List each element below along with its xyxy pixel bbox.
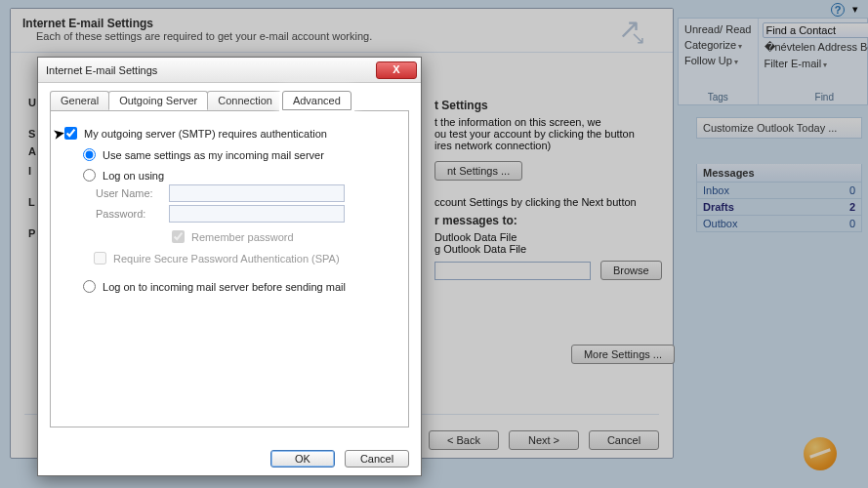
data-file-path-input[interactable] — [434, 262, 591, 280]
test-next-line: ccount Settings by clicking the Next but… — [434, 196, 675, 208]
wizard-subtitle: Each of these settings are required to g… — [36, 30, 661, 42]
wizard-title: Internet E-mail Settings — [22, 17, 661, 30]
more-settings-button[interactable]: More Settings ... — [571, 345, 675, 364]
unread-read-button[interactable]: Unread/ Read — [682, 22, 754, 36]
require-spa-checkbox — [94, 252, 106, 264]
wizard-arrow-icon: ↗↘ — [618, 19, 655, 43]
messages-row-inbox[interactable]: Inbox 0 — [696, 183, 862, 199]
user-name-label: User Name: — [96, 187, 166, 199]
categorize-button[interactable]: Categorize — [682, 38, 754, 52]
follow-up-button[interactable]: Follow Up — [682, 54, 754, 67]
wizard-footer: < Back Next > Cancel — [429, 430, 659, 450]
wizard-right-panel: t Settings t the information on this scr… — [434, 99, 675, 364]
window-corner-icons: ? ▾ — [831, 3, 866, 17]
log-on-using-radio[interactable] — [83, 169, 96, 182]
tab-general[interactable]: General — [50, 91, 109, 110]
messages-header: Messages — [696, 164, 862, 183]
outgoing-server-tab-body: My outgoing server (SMTP) requires authe… — [50, 110, 409, 427]
ribbon-right: Unread/ Read Categorize Follow Up Tags F… — [678, 18, 868, 105]
cancel-button[interactable]: Cancel — [589, 430, 659, 450]
find-contact-field[interactable]: Find a Contact — [763, 22, 869, 38]
customize-outlook-today-link[interactable]: Customize Outlook Today ... — [696, 117, 862, 139]
remember-password-checkbox — [172, 230, 185, 243]
remember-password-label: Remember password — [191, 231, 294, 243]
require-spa-label: Require Secure Password Authentication (… — [113, 253, 340, 264]
use-same-settings-radio[interactable] — [83, 148, 96, 161]
deliver-option: g Outlook Data File — [434, 243, 675, 255]
test-settings-line: ires network connection) — [434, 140, 675, 151]
dialog-footer: OK Cancel — [270, 450, 409, 468]
password-input — [169, 205, 345, 223]
outlook-today-pane: Customize Outlook Today ... Messages Inb… — [696, 117, 862, 232]
user-name-input — [169, 184, 345, 202]
tab-connection[interactable]: Connection — [207, 91, 283, 110]
deliver-option: Dutlook Data File — [434, 231, 675, 243]
dialog-tab-strip: General Outgoing Server Connection Advan… — [50, 91, 413, 110]
ok-button[interactable]: OK — [270, 450, 335, 468]
smtp-auth-label: My outgoing server (SMTP) requires authe… — [84, 128, 327, 140]
password-label: Password: — [96, 208, 166, 220]
log-on-incoming-radio[interactable] — [83, 280, 96, 293]
messages-row-outbox[interactable]: Outbox 0 — [696, 216, 862, 232]
tab-advanced[interactable]: Advanced — [282, 91, 351, 110]
cancel-button[interactable]: Cancel — [345, 450, 409, 468]
browse-button[interactable]: Browse — [600, 261, 662, 280]
back-button[interactable]: < Back — [429, 430, 499, 450]
messages-row-count: 0 — [849, 184, 855, 196]
messages-row-label: Inbox — [703, 184, 729, 196]
log-on-using-label: Log on using — [103, 170, 164, 182]
address-book-button[interactable]: �névtelen Address Book — [763, 40, 869, 55]
messages-row-count: 2 — [849, 201, 855, 213]
left-clipped-labels: U S A I L P — [28, 97, 36, 239]
test-settings-line: t the information on this screen, we — [434, 116, 675, 128]
ribbon-group-label-tags: Tags — [682, 92, 754, 104]
test-account-settings-button[interactable]: nt Settings ... — [434, 161, 522, 181]
dialog-titlebar[interactable]: Internet E-mail Settings X — [38, 58, 421, 83]
wizard-header: Internet E-mail Settings Each of these s… — [11, 9, 673, 53]
use-same-settings-label: Use same settings as my incoming mail se… — [103, 149, 324, 161]
dialog-title: Internet E-mail Settings — [46, 64, 157, 76]
ribbon-group-tags: Unread/ Read Categorize Follow Up Tags — [679, 19, 759, 104]
help-icon[interactable]: ? — [831, 3, 845, 17]
filter-email-button[interactable]: Filter E-mail — [763, 57, 869, 70]
chevron-icon[interactable]: ▾ — [852, 3, 866, 17]
deliver-heading: r messages to: — [434, 214, 675, 227]
messages-row-count: 0 — [849, 218, 855, 229]
brand-logo-icon — [804, 437, 837, 470]
log-on-incoming-label: Log on to incoming mail server before se… — [103, 281, 346, 293]
messages-row-label: Outbox — [703, 218, 737, 229]
tab-outgoing-server[interactable]: Outgoing Server — [108, 91, 208, 110]
internet-email-settings-dialog: Internet E-mail Settings X General Outgo… — [37, 57, 422, 476]
close-button[interactable]: X — [376, 61, 417, 79]
test-settings-heading: t Settings — [434, 99, 675, 112]
next-button[interactable]: Next > — [509, 430, 579, 450]
messages-row-drafts[interactable]: Drafts 2 — [696, 199, 862, 216]
ribbon-group-label-find: Find — [763, 92, 869, 104]
messages-row-label: Drafts — [703, 201, 734, 213]
ribbon-group-find: Find a Contact �névtelen Address Book Fi… — [759, 19, 869, 104]
test-settings-line: ou test your account by clicking the but… — [434, 128, 675, 140]
